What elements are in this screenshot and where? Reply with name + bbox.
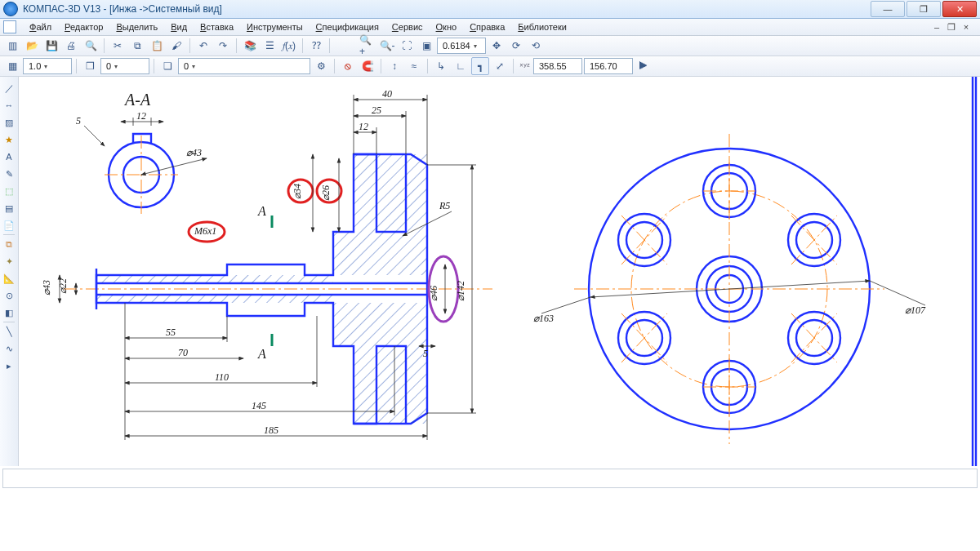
menu-select[interactable]: Выделить	[109, 22, 164, 32]
snap-icon[interactable]: 🧲	[359, 57, 376, 75]
whats-this-icon[interactable]: ⁇	[307, 37, 325, 55]
dim-phi163: ⌀163	[533, 313, 554, 324]
svg-rect-19	[96, 295, 333, 303]
dim-145: 145	[252, 400, 266, 411]
views-icon[interactable]: ❏	[158, 57, 176, 75]
zoom-value: 0.6184	[443, 41, 470, 51]
menu-file[interactable]: Файл	[23, 22, 58, 32]
dim-phi26: ⌀26	[320, 185, 332, 201]
dim-185: 185	[264, 424, 278, 436]
body-icon[interactable]: ◧	[1, 304, 17, 321]
menu-libs[interactable]: Библиотеки	[511, 22, 573, 32]
local-view-icon[interactable]: ⤢	[491, 57, 509, 75]
text-icon[interactable]: ★	[1, 131, 17, 148]
preview-icon[interactable]: 🔍	[82, 37, 100, 55]
spline-icon[interactable]: ∿	[1, 340, 17, 357]
pan-icon[interactable]: ✥	[488, 37, 506, 55]
expand-icon[interactable]: ▸	[1, 358, 17, 374]
lcs-icon[interactable]: ↳	[432, 57, 450, 75]
separator	[236, 38, 237, 53]
separator	[513, 59, 514, 73]
close-button[interactable]: ✕	[942, 1, 977, 17]
menu-help[interactable]: Справка	[463, 22, 511, 32]
view-settings-icon[interactable]: ⚙	[312, 57, 330, 75]
dim-phi43b: ⌀43	[41, 280, 52, 295]
menu-service[interactable]: Сервис	[385, 22, 430, 32]
measure-icon[interactable]: 📐	[1, 270, 17, 287]
new-icon[interactable]: ▥	[3, 37, 21, 55]
drawing-canvas[interactable]: А-А 12 5 ⌀43	[19, 77, 980, 466]
round-icon[interactable]: ≈	[405, 57, 423, 75]
menu-view[interactable]: Вид	[164, 22, 194, 32]
title-doc: - [Инжа ->Системный вид]	[100, 3, 222, 15]
assoc-icon[interactable]: ⧉	[1, 236, 17, 252]
dimension-icon[interactable]: ↔	[1, 97, 17, 113]
layer-combo[interactable]: 0▾	[100, 58, 149, 74]
copy-icon[interactable]: ⧉	[128, 37, 146, 55]
redo-icon[interactable]: ↷	[214, 37, 232, 55]
zoom-out-icon[interactable]: 🔍-	[378, 37, 396, 55]
cut-icon[interactable]: ✂	[109, 37, 127, 55]
undo-icon[interactable]: ↶	[194, 37, 212, 55]
sketch-icon[interactable]: ⊙	[1, 287, 17, 304]
ortho-toggle-icon[interactable]: ┓	[471, 57, 489, 75]
menu-window[interactable]: Окно	[430, 22, 464, 32]
separator	[381, 59, 381, 73]
separator	[302, 38, 303, 53]
ortho-icon[interactable]: ↕	[385, 57, 403, 75]
mdi-close[interactable]: ×	[960, 22, 972, 33]
table-icon[interactable]: ▤	[1, 200, 17, 216]
rotate-icon[interactable]: ⟳	[507, 37, 525, 55]
coord-y[interactable]: 156.70	[584, 58, 633, 74]
minimize-button[interactable]: —	[871, 1, 905, 17]
zoom-fit-icon[interactable]: ▣	[417, 37, 435, 55]
paste-icon[interactable]: 📋	[148, 37, 166, 55]
vars-icon[interactable]: 𝑓(𝑥)	[280, 37, 298, 55]
annotate-icon[interactable]: А	[1, 149, 17, 165]
mdi-minimize[interactable]: –	[931, 22, 942, 33]
layers-icon[interactable]: ❒	[81, 57, 99, 75]
separator	[154, 59, 154, 73]
open-icon[interactable]: 📂	[23, 37, 41, 55]
main-section: А А 40 25 12 ⌀34	[41, 88, 492, 440]
menu-edit[interactable]: Редактор	[58, 22, 109, 32]
flange-view: ⌀107 ⌀163	[533, 134, 926, 444]
toolbar-main: ▥ 📂 💾 🖨 🔍 ✂ ⧉ 📋 🖌 ↶ ↷ 📚 ☰ 𝑓(𝑥) ⁇ 🔍+ 🔍- ⛶…	[0, 36, 980, 56]
maximize-button[interactable]: ❐	[906, 1, 941, 17]
zoom-in-icon[interactable]: 🔍+	[359, 37, 376, 55]
redraw-icon[interactable]: ⟲	[527, 37, 545, 55]
dim-40: 40	[382, 88, 392, 100]
zoom-region-icon[interactable]: ⛶	[398, 37, 416, 55]
stop-icon[interactable]: ⦸	[339, 57, 357, 75]
step-combo[interactable]: 1.0▾	[23, 58, 72, 74]
doc-icon[interactable]: 📄	[1, 217, 17, 233]
edit-icon[interactable]: ✎	[1, 166, 17, 182]
menu-tools[interactable]: Инструменты	[240, 22, 310, 32]
menu-insert[interactable]: Вставка	[194, 22, 240, 32]
message-bar	[2, 469, 978, 488]
view-combo[interactable]: 0▾	[178, 58, 310, 74]
document-icon[interactable]	[3, 20, 16, 33]
manager-icon[interactable]: ☰	[261, 37, 278, 55]
grid-icon[interactable]: ▦	[3, 57, 21, 75]
mdi-restore[interactable]: ❐	[946, 22, 957, 33]
line-tool-icon[interactable]: ╲	[1, 323, 17, 340]
menu-spec[interactable]: Спецификация	[310, 22, 385, 32]
dim-5: 5	[76, 115, 81, 127]
dim-phi22: ⌀22	[57, 278, 69, 294]
workspace: ／ ↔ ▨ ★ А ✎ ⬚ ▤ 📄 ⧉ ✦ 📐 ⊙ ◧ ╲ ∿ ▸	[0, 77, 980, 466]
zoom-combo[interactable]: 0.6184▾	[437, 38, 486, 54]
hatch-icon[interactable]: ▨	[1, 114, 17, 131]
coord-x[interactable]: 358.55	[533, 58, 582, 74]
save-icon[interactable]: 💾	[42, 37, 60, 55]
angle-icon[interactable]: ∟	[452, 57, 470, 75]
brush-icon[interactable]: 🖌	[167, 37, 185, 55]
print-icon[interactable]: 🖨	[62, 37, 80, 55]
coord-go-icon[interactable]: ⯈	[635, 57, 653, 75]
dim-110: 110	[215, 371, 229, 383]
library-icon[interactable]: 📚	[241, 37, 259, 55]
dim-25: 25	[372, 104, 381, 116]
geometry-icon[interactable]: ／	[1, 80, 17, 96]
symbol-icon[interactable]: ⬚	[1, 183, 17, 199]
param-icon[interactable]: ✦	[1, 253, 17, 269]
